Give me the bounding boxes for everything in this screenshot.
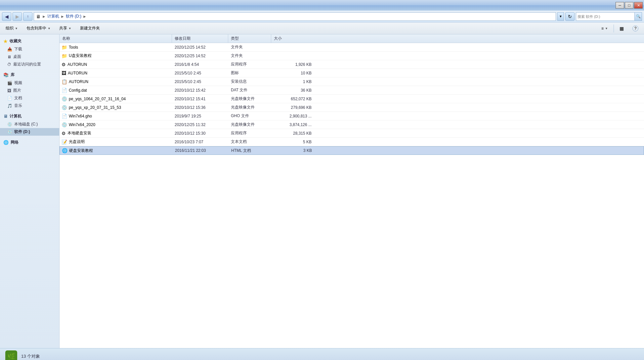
content-area: ★ 收藏夹 📥 下载 🖥 桌面 ⏱ 最近访问的位置 📚 库 � [0,34,644,348]
favorites-header[interactable]: ★ 收藏夹 [0,37,59,45]
file-name-label: 硬盘安装教程 [69,148,93,154]
table-row[interactable]: 📁 Tools 2020/12/25 14:52 文件夹 [60,43,644,52]
column-header: 名称 修改日期 类型 大小 [60,34,644,43]
up-button[interactable]: ↑ [23,12,32,21]
file-name-cell: 📝 光盘说明 [60,139,172,145]
file-name-cell: 🌐 硬盘安装教程 [60,148,172,154]
network-header[interactable]: 🌐 网络 [0,138,59,147]
table-row[interactable]: 📄 Config.dat 2020/10/12 15:42 DAT 文件 36 … [60,86,644,95]
file-name-label: 光盘说明 [69,139,85,145]
help-button[interactable]: ? [629,24,641,33]
titlebar-buttons: ─ □ ✕ [616,2,643,9]
table-row[interactable]: ⚙ 本地硬盘安装 2020/10/12 15:30 应用程序 28,315 KB [60,129,644,138]
search-input[interactable] [576,15,634,19]
library-header[interactable]: 📚 库 [0,71,59,79]
sidebar-item-documents[interactable]: 📄 文档 [0,94,59,102]
table-row[interactable]: 🌐 硬盘安装教程 2016/11/21 22:03 HTML 文档 3 KB [60,146,644,155]
file-size-cell: 5 KB [271,140,314,144]
table-row[interactable]: 📄 Win7x64.gho 2019/9/7 19:25 GHO 文件 2,90… [60,112,644,120]
download-label: 下载 [14,46,22,52]
recent-label: 最近访问的位置 [13,62,41,67]
table-row[interactable]: ⚙ AUTORUN 2016/1/8 4:54 应用程序 1,926 KB [60,60,644,69]
file-name-cell: 📁 U盘安装教程 [60,53,172,59]
organize-button[interactable]: 组织 ▼ [3,24,21,33]
back-button[interactable]: ◀ [2,12,11,21]
col-date-label: 修改日期 [175,36,191,41]
help-icon: ? [632,25,638,31]
col-date-header[interactable]: 修改日期 [172,34,228,43]
file-type-cell: 图标 [228,70,271,76]
sidebar-item-video[interactable]: 🎬 视频 [0,79,59,87]
file-date-cell: 2020/12/25 14:52 [172,45,228,50]
address-dropdown[interactable]: ▼ [557,12,564,21]
include-library-button[interactable]: 包含到库中 ▼ [23,24,54,33]
file-date-cell: 2020/12/25 14:52 [172,54,228,58]
file-name-cell: 💿 pe_yqs_1064_20_07_31_16_04 [60,96,172,102]
preview-pane-button[interactable]: ▦ [617,24,627,33]
documents-icon: 📄 [7,96,12,101]
view-button[interactable]: ≡ ▼ [598,24,611,33]
pictures-icon: 🖼 [7,88,11,93]
new-folder-label: 新建文件夹 [80,25,100,31]
col-type-header[interactable]: 类型 [228,34,271,43]
sidebar-item-drive-c[interactable]: 💿 本地磁盘 (C:) [0,120,59,128]
file-icon: 📋 [62,79,67,84]
forward-button[interactable]: ▶ [13,12,22,21]
table-row[interactable]: 📁 U盘安装教程 2020/12/25 14:52 文件夹 [60,52,644,60]
network-icon: 🌐 [3,140,9,145]
path-computer[interactable]: 计算机 [47,14,59,19]
close-button[interactable]: ✕ [634,2,643,9]
sidebar-item-drive-d[interactable]: 💿 软件 (D:) [0,128,59,136]
file-icon: ⚙ [62,131,66,136]
status-count: 13 个对象 [21,353,40,359]
favorites-icon: ★ [3,39,8,44]
new-folder-button[interactable]: 新建文件夹 [77,24,103,33]
search-button[interactable]: 🔍 [634,13,642,21]
table-row[interactable]: 💿 Win7x64_2020 2020/12/25 11:32 光盘映像文件 3… [60,120,644,129]
table-row[interactable]: 💿 pe_yqs_1064_20_07_31_16_04 2020/10/12 … [60,95,644,103]
share-label: 共享 [59,25,67,31]
sidebar-item-download[interactable]: 📥 下载 [0,45,59,53]
file-type-cell: 文本文档 [228,139,271,145]
sidebar-item-desktop[interactable]: 🖥 桌面 [0,53,59,61]
maximize-button[interactable]: □ [625,2,633,9]
file-size-cell: 279,696 KB [271,105,314,110]
file-size-cell: 1,926 KB [271,62,314,67]
minimize-button[interactable]: ─ [616,2,624,9]
col-name-label: 名称 [62,36,70,41]
sidebar-item-recent[interactable]: ⏱ 最近访问的位置 [0,61,59,68]
table-row[interactable]: 💿 pe_yqs_xp_20_07_31_15_53 2020/10/12 15… [60,103,644,112]
col-type-label: 类型 [231,36,239,41]
file-size-cell: 2,900,813 ... [271,114,314,118]
path-drive[interactable]: 软件 (D:) [66,14,81,19]
col-size-header[interactable]: 大小 [271,34,314,43]
file-icon: 📁 [62,53,67,59]
share-button[interactable]: 共享 ▼ [56,24,74,33]
file-name-cell: ⚙ AUTORUN [60,62,172,67]
file-icon: 💿 [62,105,67,110]
sidebar-item-music[interactable]: 🎵 音乐 [0,102,59,110]
file-name-cell: 📁 Tools [60,45,172,50]
library-icon: 📚 [3,72,9,77]
table-row[interactable]: 🖼 AUTORUN 2015/5/10 2:45 图标 10 KB [60,69,644,77]
file-icon: 💿 [62,96,67,102]
col-name-header[interactable]: 名称 [60,34,172,43]
refresh-button[interactable]: ↻ [565,12,575,21]
library-label: 库 [11,72,15,78]
file-name-label: AUTORUN [69,79,88,84]
file-icon: 📄 [62,113,67,119]
file-size-cell: 10 KB [271,71,314,75]
music-label: 音乐 [14,103,22,109]
file-date-cell: 2020/10/12 15:30 [172,131,228,136]
file-size-cell: 1 KB [271,79,314,84]
file-name-cell: 💿 pe_yqs_xp_20_07_31_15_53 [60,105,172,110]
desktop-label: 桌面 [13,54,21,60]
desktop-icon: 🖥 [7,55,11,59]
table-row[interactable]: 📋 AUTORUN 2015/5/10 2:45 安装信息 1 KB [60,77,644,86]
sidebar-item-pictures[interactable]: 🖼 图片 [0,87,59,94]
computer-header[interactable]: 🖥 计算机 [0,112,59,120]
include-label: 包含到库中 [26,25,46,31]
statusbar: 🌿 13 个对象 [0,348,644,360]
table-row[interactable]: 📝 光盘说明 2016/10/23 7:07 文本文档 5 KB [60,138,644,146]
file-name-label: U盘安装教程 [69,53,92,59]
